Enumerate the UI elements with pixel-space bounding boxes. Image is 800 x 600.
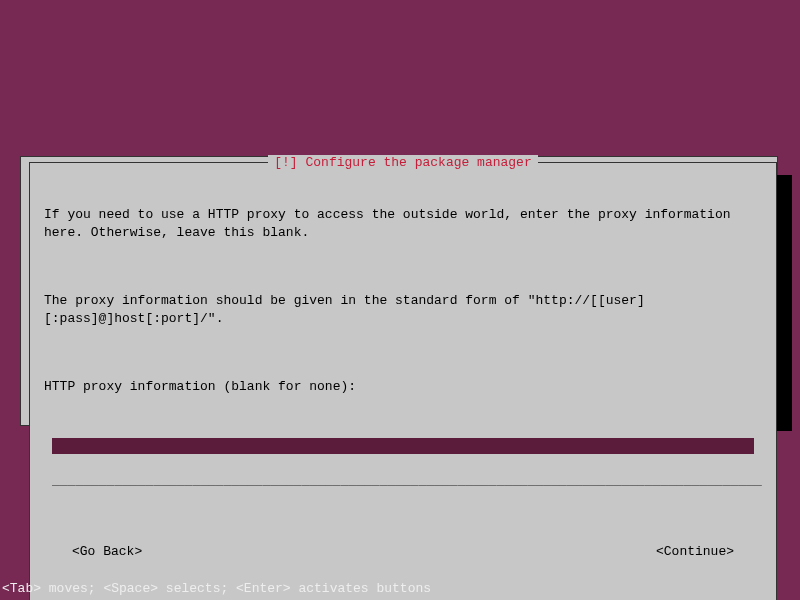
proxy-input[interactable] bbox=[52, 438, 754, 454]
instruction-text-1: If you need to use a HTTP proxy to acces… bbox=[44, 206, 762, 241]
alert-marker: [!] bbox=[274, 155, 297, 170]
dialog-title: Configure the package manager bbox=[305, 155, 531, 170]
input-underline: ________________________________________… bbox=[52, 472, 762, 490]
help-bar: <Tab> moves; <Space> selects; <Enter> ac… bbox=[2, 581, 431, 596]
instruction-text-2: The proxy information should be given in… bbox=[44, 292, 762, 327]
go-back-button[interactable]: <Go Back> bbox=[72, 543, 142, 561]
proxy-prompt-label: HTTP proxy information (blank for none): bbox=[44, 378, 762, 396]
continue-button[interactable]: <Continue> bbox=[656, 543, 734, 561]
configure-package-manager-dialog: [!] Configure the package manager If you… bbox=[29, 162, 777, 600]
